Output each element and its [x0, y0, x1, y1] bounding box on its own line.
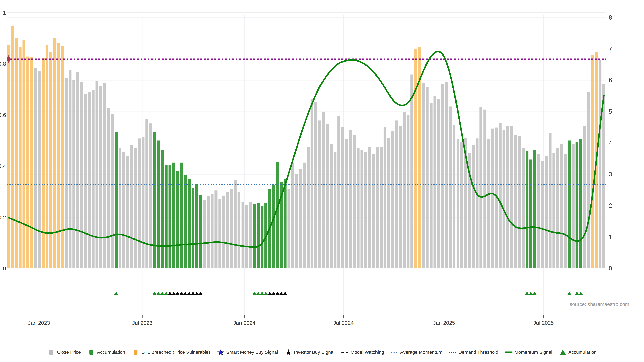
dtl-breached-bar[interactable]: [26, 57, 29, 269]
close-price-bar[interactable]: [303, 163, 306, 269]
close-price-bar[interactable]: [211, 194, 214, 269]
legend-item-accumulation-marker[interactable]: Accumulation: [559, 349, 596, 356]
close-price-bar[interactable]: [548, 133, 552, 269]
close-price-bar[interactable]: [88, 92, 91, 269]
close-price-bar[interactable]: [65, 78, 68, 269]
close-price-bar[interactable]: [391, 131, 394, 269]
close-price-bar[interactable]: [587, 92, 590, 269]
close-price-bar[interactable]: [345, 139, 348, 269]
accumulation-bar[interactable]: [172, 163, 175, 269]
close-price-bar[interactable]: [238, 192, 240, 269]
close-price-bar[interactable]: [242, 202, 244, 269]
legend-item-momentum-signal[interactable]: Momentum Signal: [505, 349, 552, 356]
close-price-bar[interactable]: [126, 156, 129, 269]
close-price-bar[interactable]: [556, 148, 559, 269]
close-price-bar[interactable]: [146, 119, 148, 269]
dtl-breached-bar[interactable]: [15, 38, 18, 269]
close-price-bar[interactable]: [518, 136, 521, 269]
close-price-bar[interactable]: [537, 153, 540, 269]
close-price-bar[interactable]: [291, 163, 294, 269]
dtl-breached-bar[interactable]: [414, 49, 417, 269]
close-price-bar[interactable]: [218, 199, 221, 269]
close-price-bar[interactable]: [456, 139, 459, 269]
close-price-bar[interactable]: [134, 148, 137, 269]
close-price-bar[interactable]: [330, 144, 332, 269]
dtl-breached-bar[interactable]: [30, 57, 33, 269]
close-price-bar[interactable]: [318, 120, 321, 269]
close-price-bar[interactable]: [598, 60, 602, 269]
accumulation-bar[interactable]: [272, 185, 275, 269]
close-price-bar[interactable]: [522, 148, 524, 269]
dtl-breached-bar[interactable]: [57, 43, 60, 269]
accumulation-bar[interactable]: [253, 204, 256, 269]
close-price-bar[interactable]: [68, 70, 72, 269]
close-price-bar[interactable]: [38, 71, 41, 269]
dtl-breached-bar[interactable]: [19, 47, 22, 269]
close-price-bar[interactable]: [430, 103, 432, 269]
close-price-bar[interactable]: [487, 139, 490, 269]
close-price-bar[interactable]: [149, 123, 152, 269]
close-price-bar[interactable]: [384, 127, 386, 269]
accumulation-bar[interactable]: [580, 139, 582, 269]
close-price-bar[interactable]: [334, 151, 336, 269]
close-price-bar[interactable]: [434, 96, 436, 269]
dtl-breached-bar[interactable]: [50, 52, 52, 269]
close-price-bar[interactable]: [422, 83, 425, 269]
close-price-bar[interactable]: [406, 115, 410, 269]
close-price-bar[interactable]: [249, 202, 252, 269]
close-price-bar[interactable]: [34, 68, 37, 269]
dtl-breached-bar[interactable]: [42, 58, 44, 269]
accumulation-bar[interactable]: [188, 179, 190, 269]
close-price-bar[interactable]: [230, 189, 233, 269]
close-price-bar[interactable]: [506, 126, 509, 269]
close-price-bar[interactable]: [353, 135, 356, 269]
legend-item-dtl-breached[interactable]: DTL Breached (Price Vulnerable): [132, 349, 210, 356]
close-price-bar[interactable]: [299, 169, 302, 269]
close-price-bar[interactable]: [310, 99, 314, 269]
accumulation-bar[interactable]: [276, 162, 279, 269]
close-price-bar[interactable]: [510, 126, 513, 269]
accumulation-bar[interactable]: [161, 150, 164, 269]
legend-item-demand-threshold[interactable]: Demand Threshold: [449, 349, 498, 356]
close-price-bar[interactable]: [226, 192, 229, 269]
close-price-bar[interactable]: [99, 86, 102, 269]
accumulation-bar[interactable]: [157, 141, 160, 269]
close-price-bar[interactable]: [372, 153, 375, 269]
close-price-bar[interactable]: [388, 138, 390, 269]
accumulation-bar[interactable]: [257, 203, 260, 269]
close-price-bar[interactable]: [234, 180, 237, 269]
close-price-bar[interactable]: [214, 190, 217, 269]
close-price-bar[interactable]: [545, 156, 548, 269]
close-price-bar[interactable]: [572, 144, 574, 269]
accumulation-bar[interactable]: [568, 141, 571, 269]
close-price-bar[interactable]: [541, 161, 544, 269]
close-price-bar[interactable]: [349, 130, 352, 269]
accumulation-bar[interactable]: [168, 165, 172, 269]
close-price-bar[interactable]: [326, 124, 329, 269]
close-price-bar[interactable]: [552, 153, 555, 269]
close-price-bar[interactable]: [222, 196, 225, 269]
legend-item-average-momentum[interactable]: Average Momentum: [391, 349, 442, 356]
close-price-bar[interactable]: [341, 127, 344, 269]
close-price-bar[interactable]: [453, 125, 456, 269]
dtl-breached-bar[interactable]: [23, 40, 26, 269]
close-price-bar[interactable]: [92, 90, 94, 269]
close-price-bar[interactable]: [103, 83, 106, 269]
close-price-bar[interactable]: [107, 108, 110, 269]
close-price-bar[interactable]: [460, 142, 463, 269]
close-price-bar[interactable]: [138, 138, 140, 269]
close-price-bar[interactable]: [437, 99, 440, 269]
legend-item-smart-money[interactable]: Smart Money Buy Signal: [217, 349, 278, 356]
close-price-bar[interactable]: [449, 106, 452, 269]
close-price-bar[interactable]: [426, 87, 429, 269]
accumulation-bar[interactable]: [180, 163, 183, 269]
close-price-bar[interactable]: [380, 147, 382, 269]
close-price-bar[interactable]: [207, 196, 210, 269]
close-price-bar[interactable]: [80, 82, 83, 269]
close-price-bar[interactable]: [72, 80, 75, 269]
accumulation-bar[interactable]: [284, 179, 286, 269]
close-price-bar[interactable]: [499, 123, 502, 269]
close-price-bar[interactable]: [84, 94, 87, 269]
accumulation-bar[interactable]: [176, 171, 179, 269]
accumulation-bar[interactable]: [115, 132, 118, 269]
